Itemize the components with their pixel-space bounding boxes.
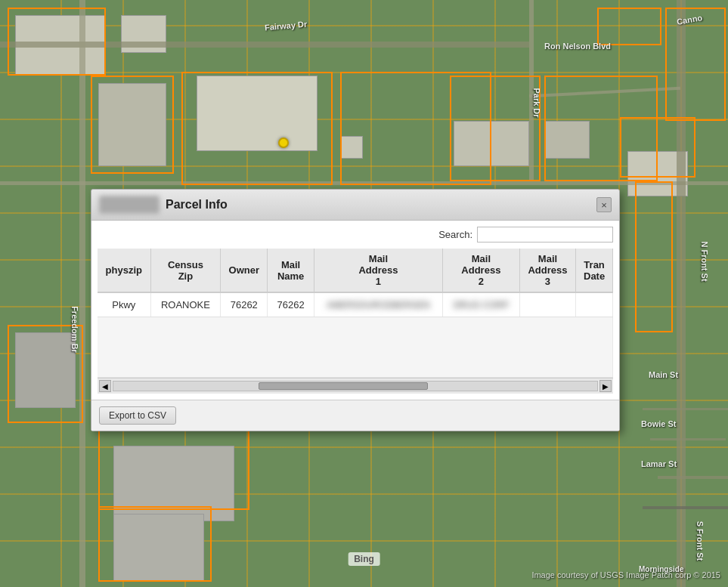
table-row: Pkwy ROANOKE 76262 76262 AMERSOURCEBERGE…	[98, 292, 613, 317]
search-row: Search:	[98, 227, 613, 243]
cell-owner: 76262	[221, 292, 268, 317]
parcel-outline	[597, 8, 661, 45]
cell-mail-address-3	[519, 292, 575, 317]
road	[643, 408, 728, 410]
cell-mail-name: 76262	[268, 292, 314, 317]
cell-physzip: Pkwy	[98, 292, 150, 317]
col-census-zip[interactable]: CensusZip	[150, 249, 221, 292]
road-label-bowie: Bowie St	[641, 419, 676, 428]
close-button[interactable]: ×	[596, 197, 612, 212]
scroll-right-arrow[interactable]: ▶	[599, 380, 612, 392]
parcel-outline	[91, 76, 174, 174]
parcel-info-dialog: Parcel Info × Search: physzip CensusZip …	[91, 189, 620, 431]
road	[658, 476, 728, 479]
modal-logo	[99, 196, 160, 214]
cell-mail-address-2: DRUG CORP	[442, 292, 519, 317]
scroll-thumb[interactable]	[259, 382, 428, 390]
cell-census-zip: ROANOKE	[150, 292, 221, 317]
table-row-empty	[98, 317, 613, 378]
modal-header: Parcel Info ×	[91, 190, 619, 221]
data-table: physzip CensusZip Owner MailName MailAdd…	[98, 249, 613, 378]
blurred-address-2: DRUG CORP	[454, 300, 509, 310]
col-mail-address-2[interactable]: MailAddress2	[442, 249, 519, 292]
scroll-track[interactable]	[113, 381, 598, 391]
bing-logo: Bing	[348, 552, 380, 566]
road-label-lamar: Lamar St	[641, 459, 677, 468]
empty-cell	[98, 317, 613, 378]
export-csv-button[interactable]: Export to CSV	[99, 406, 176, 425]
modal-body: Search: physzip CensusZip Owner MailName…	[91, 221, 619, 400]
road	[650, 438, 726, 440]
parcel-outline	[665, 8, 726, 121]
road-label-park: Park Dr	[532, 88, 541, 117]
scroll-left-arrow[interactable]: ◀	[99, 380, 111, 392]
col-owner[interactable]: Owner	[221, 249, 268, 292]
col-mail-address-3[interactable]: MailAddress3	[519, 249, 575, 292]
parcel-outline	[450, 76, 541, 181]
cell-tran-date	[576, 292, 613, 317]
parcel-outline	[98, 506, 212, 582]
table-header-row: physzip CensusZip Owner MailName MailAdd…	[98, 249, 613, 292]
modal-header-left: Parcel Info	[99, 196, 228, 214]
road-label-n-front: N Front St	[700, 241, 709, 281]
table-wrapper[interactable]: physzip CensusZip Owner MailName MailAdd…	[98, 249, 613, 378]
col-mail-address-1[interactable]: MailAddress1	[314, 249, 442, 292]
road-label-nelson: Ron Nelson Blvd	[544, 42, 611, 51]
parcel-outline	[181, 72, 333, 185]
parcel-outline	[98, 419, 249, 510]
search-label: Search:	[438, 229, 472, 240]
blurred-address-1: AMERSOURCEBERGEN	[327, 300, 430, 310]
col-physzip[interactable]: physzip	[98, 249, 150, 292]
map-watermark: Image courtesy of USGS Image Patch corp …	[531, 570, 720, 579]
road-label-freedom: Freedom Br	[70, 306, 79, 353]
road-label-main: Main St	[649, 370, 678, 379]
road-label-s-front: S Front St	[695, 521, 705, 561]
col-mail-name[interactable]: MailName	[268, 249, 314, 292]
road	[643, 506, 728, 509]
cell-mail-address-1: AMERSOURCEBERGEN	[314, 292, 442, 317]
modal-title: Parcel Info	[166, 198, 228, 212]
map-marker[interactable]	[278, 137, 289, 148]
parcel-outline	[8, 8, 106, 76]
parcel-outline	[620, 117, 695, 178]
modal-footer: Export to CSV	[91, 400, 619, 431]
col-tran-date[interactable]: TranDate	[576, 249, 613, 292]
parcel-outline	[635, 181, 673, 332]
horizontal-scrollbar[interactable]: ◀ ▶	[98, 378, 613, 394]
road	[79, 0, 85, 587]
search-input[interactable]	[477, 227, 613, 243]
